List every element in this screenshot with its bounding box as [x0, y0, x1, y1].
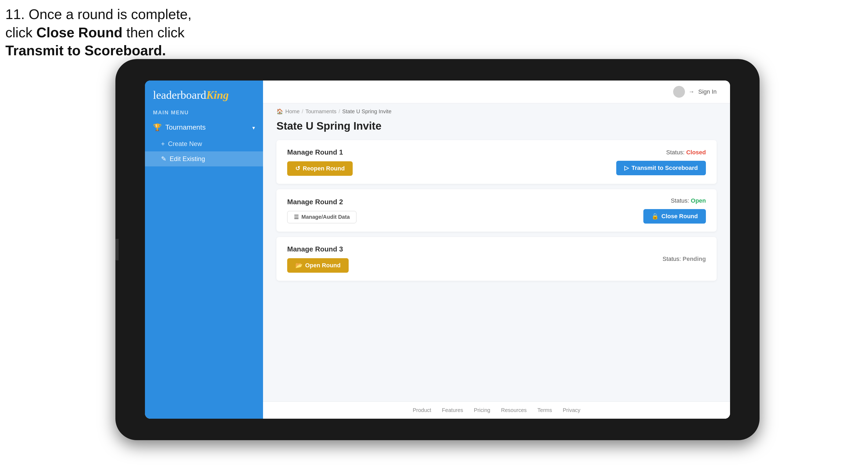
- transmit-to-scoreboard-button[interactable]: ▷ Transmit to Scoreboard: [616, 161, 706, 175]
- round-1-right: Status: Closed ▷ Transmit to Scoreboard: [616, 149, 706, 175]
- tablet-screen: leaderboardKing MAIN MENU 🏆 Tournaments …: [145, 81, 730, 419]
- footer-pricing[interactable]: Pricing: [474, 407, 490, 413]
- footer-product[interactable]: Product: [413, 407, 431, 413]
- main-menu-label: MAIN MENU: [145, 107, 263, 118]
- avatar: [673, 86, 685, 98]
- round-2-status: Status: Open: [671, 197, 706, 204]
- instruction-block: 11. Once a round is complete, click Clos…: [5, 5, 192, 60]
- round-2-label: Manage Round 2: [287, 198, 356, 206]
- sidebar-tournaments-label: Tournaments: [165, 123, 206, 131]
- logo-king: King: [206, 89, 229, 101]
- round-3-right: Status: Pending: [663, 255, 706, 262]
- instruction-line2: click: [5, 25, 36, 40]
- sidebar-item-tournaments[interactable]: 🏆 Tournaments: [145, 118, 263, 136]
- open-round-button[interactable]: 📂 Open Round: [287, 258, 349, 273]
- round-1-row: Manage Round 1 ↺ Reopen Round Status: Cl…: [276, 140, 717, 184]
- sign-in-area: → Sign In: [673, 86, 717, 98]
- open-round-label: Open Round: [305, 262, 341, 269]
- trophy-icon: 🏆: [153, 123, 162, 131]
- manage-icon: ☰: [294, 214, 299, 220]
- lock-icon: 🔒: [651, 213, 659, 220]
- transmit-icon: ▷: [624, 164, 629, 172]
- instruction-line3: then click: [122, 25, 184, 40]
- close-round-button[interactable]: 🔒 Close Round: [643, 209, 706, 224]
- round-2-right: Status: Open 🔒 Close Round: [643, 197, 706, 224]
- footer-terms[interactable]: Terms: [537, 407, 552, 413]
- breadcrumb-sep1: /: [302, 108, 303, 115]
- breadcrumb: 🏠 Home / Tournaments / State U Spring In…: [263, 103, 730, 115]
- edit-icon: ✎: [161, 155, 166, 163]
- sign-in-label[interactable]: Sign In: [699, 88, 717, 95]
- home-icon: 🏠: [276, 108, 283, 115]
- app-layout: leaderboardKing MAIN MENU 🏆 Tournaments …: [145, 81, 730, 419]
- round-2-left: Manage Round 2 ☰ Manage/Audit Data: [287, 198, 356, 223]
- breadcrumb-current: State U Spring Invite: [342, 108, 391, 115]
- transmit-label: Transmit to Scoreboard: [631, 164, 698, 172]
- sign-in-icon: →: [689, 88, 694, 95]
- instruction-bold1: Close Round: [36, 25, 123, 40]
- plus-icon: +: [161, 140, 165, 148]
- round-1-label: Manage Round 1: [287, 148, 353, 156]
- round-2-status-value: Open: [691, 197, 706, 204]
- folder-icon: 📂: [295, 262, 303, 269]
- footer-privacy[interactable]: Privacy: [563, 407, 581, 413]
- round-3-left: Manage Round 3 📂 Open Round: [287, 245, 349, 273]
- tablet-side-button: [116, 239, 119, 260]
- round-2-row: Manage Round 2 ☰ Manage/Audit Data Statu…: [276, 189, 717, 231]
- round-1-status-value: Closed: [686, 149, 706, 156]
- round-1-left: Manage Round 1 ↺ Reopen Round: [287, 148, 353, 176]
- reopen-icon: ↺: [295, 165, 300, 172]
- sidebar-create-new[interactable]: + Create New: [145, 136, 263, 151]
- sidebar: leaderboardKing MAIN MENU 🏆 Tournaments …: [145, 81, 263, 419]
- close-round-label: Close Round: [661, 213, 698, 220]
- sidebar-item-left: 🏆 Tournaments: [153, 123, 206, 131]
- edit-existing-label: Edit Existing: [169, 155, 205, 163]
- tablet-device: leaderboardKing MAIN MENU 🏆 Tournaments …: [116, 59, 760, 440]
- top-bar: → Sign In: [263, 81, 730, 103]
- breadcrumb-home[interactable]: Home: [285, 108, 300, 115]
- round-3-status-value: Pending: [683, 255, 706, 262]
- breadcrumb-tournaments[interactable]: Tournaments: [305, 108, 337, 115]
- instruction-bold2: Transmit to Scoreboard.: [5, 43, 166, 58]
- round-3-status: Status: Pending: [663, 255, 706, 262]
- main-content: → Sign In 🏠 Home / Tournaments / State U…: [263, 81, 730, 419]
- sidebar-logo: leaderboardKing: [145, 81, 263, 107]
- logo: leaderboardKing: [153, 89, 255, 101]
- chevron-down-icon: [252, 123, 255, 131]
- reopen-round-label: Reopen Round: [303, 165, 345, 172]
- footer-resources[interactable]: Resources: [501, 407, 527, 413]
- round-1-status: Status: Closed: [666, 149, 706, 156]
- page-content: State U Spring Invite Manage Round 1 ↺ R…: [263, 115, 730, 402]
- create-new-label: Create New: [168, 140, 202, 148]
- sidebar-edit-existing[interactable]: ✎ Edit Existing: [145, 151, 263, 166]
- footer: Product Features Pricing Resources Terms…: [263, 402, 730, 419]
- round-3-row: Manage Round 3 📂 Open Round Status: Pend…: [276, 237, 717, 281]
- manage-audit-label: Manage/Audit Data: [302, 214, 350, 220]
- round-3-label: Manage Round 3: [287, 245, 349, 253]
- page-title: State U Spring Invite: [276, 120, 717, 132]
- reopen-round-button[interactable]: ↺ Reopen Round: [287, 161, 353, 176]
- instruction-line1: 11. Once a round is complete,: [5, 6, 192, 22]
- footer-features[interactable]: Features: [442, 407, 463, 413]
- manage-audit-button[interactable]: ☰ Manage/Audit Data: [287, 211, 356, 223]
- breadcrumb-sep2: /: [339, 108, 340, 115]
